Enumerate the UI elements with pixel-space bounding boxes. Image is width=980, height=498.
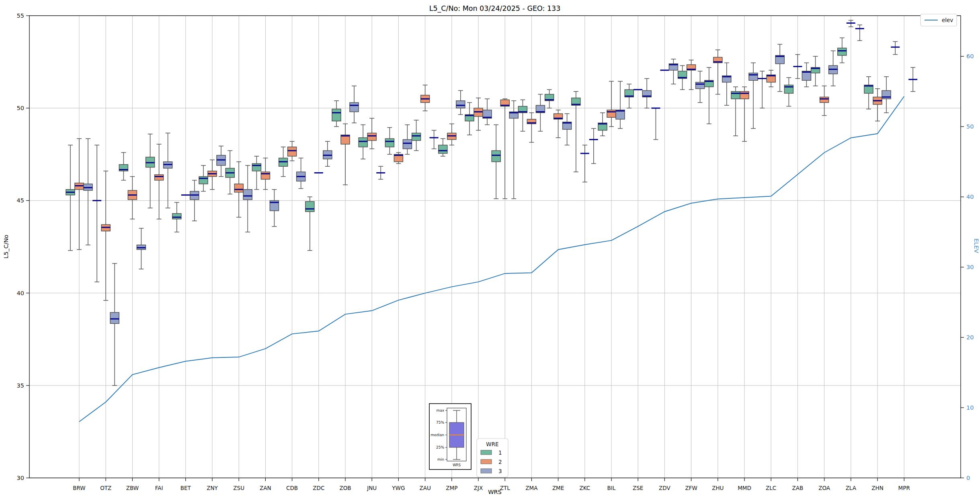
wre-legend-item: 3 — [498, 468, 502, 474]
x-tick-ZLC: ZLC — [766, 485, 776, 491]
right-axis-label: ELEV — [973, 239, 980, 253]
x-tick-ZHN: ZHN — [871, 485, 884, 491]
x-tick-ZLA: ZLA — [846, 485, 857, 491]
svg-text:50: 50 — [17, 105, 24, 111]
x-tick-ZNY: ZNY — [207, 485, 218, 491]
x-tick-ZAB: ZAB — [792, 485, 804, 491]
svg-text:50: 50 — [966, 123, 974, 130]
figure: 3035404550550102030405060BRWOTZZBWFAIBET… — [0, 0, 980, 498]
wre-legend-title: WRE — [486, 441, 498, 447]
x-tick-ZOA: ZOA — [818, 485, 830, 491]
y-axis-label: L5_C/No — [3, 235, 9, 258]
elev-line — [79, 96, 904, 422]
inset-label-min: min — [437, 457, 444, 461]
x-tick-ZDV: ZDV — [659, 485, 670, 491]
inset-label-max: max — [436, 408, 444, 412]
svg-text:40: 40 — [17, 290, 24, 296]
boxplot-explainer-inset: max75%median25%minWRS — [429, 404, 471, 469]
x-tick-OTZ: OTZ — [100, 485, 111, 491]
x-axis-label: WRS — [488, 489, 502, 495]
x-tick-ZAU: ZAU — [419, 485, 431, 491]
x-tick-BET: BET — [180, 485, 191, 491]
x-tick-MMD: MMD — [738, 485, 751, 491]
x-tick-FAI: FAI — [155, 485, 163, 491]
x-tick-ZBW: ZBW — [126, 485, 139, 491]
x-tick-CDB: CDB — [286, 485, 298, 491]
inset-xlabel: WRS — [453, 463, 461, 467]
inset-label-25%: 25% — [436, 445, 444, 449]
inset-label-median: median — [431, 433, 444, 437]
svg-text:30: 30 — [17, 475, 24, 481]
svg-text:40: 40 — [966, 194, 974, 200]
svg-text:0: 0 — [966, 475, 970, 481]
x-tick-ZOB: ZOB — [339, 485, 351, 491]
x-tick-ZME: ZME — [552, 485, 564, 491]
inset-label-75%: 75% — [436, 420, 444, 425]
x-tick-ZKC: ZKC — [579, 485, 590, 491]
x-tick-BIL: BIL — [607, 485, 616, 491]
x-tick-YWG: YWG — [392, 485, 405, 491]
wre-legend-item: 1 — [498, 449, 502, 456]
x-tick-ZHU: ZHU — [712, 485, 724, 491]
x-tick-ZDC: ZDC — [313, 485, 324, 491]
x-tick-ZMA: ZMA — [525, 485, 538, 491]
wre-legend-item: 2 — [498, 459, 502, 465]
x-tick-BRW: BRW — [73, 485, 85, 491]
x-tick-ZSU: ZSU — [233, 485, 244, 491]
x-tick-ZAN: ZAN — [260, 485, 271, 491]
svg-text:35: 35 — [17, 382, 24, 389]
svg-text:60: 60 — [966, 53, 974, 59]
gridlines — [29, 16, 961, 478]
wre-legend: WRE123 — [477, 439, 508, 477]
axes: 3035404550550102030405060BRWOTZZBWFAIBET… — [17, 12, 974, 491]
chart-canvas: 3035404550550102030405060BRWOTZZBWFAIBET… — [0, 0, 980, 498]
svg-text:55: 55 — [17, 12, 24, 19]
x-tick-ZSE: ZSE — [633, 485, 643, 491]
x-tick-MPR: MPR — [898, 485, 910, 491]
elev-legend: elev — [921, 14, 957, 26]
x-tick-ZJX: ZJX — [474, 485, 483, 491]
elev-legend-label: elev — [942, 17, 953, 23]
boxplot-series — [66, 20, 917, 386]
x-tick-ZMP: ZMP — [446, 485, 457, 491]
svg-text:20: 20 — [966, 334, 974, 341]
x-tick-ZFW: ZFW — [685, 485, 697, 491]
svg-text:45: 45 — [17, 197, 24, 204]
x-tick-JNU: JNU — [367, 485, 377, 491]
svg-text:30: 30 — [966, 264, 974, 270]
svg-text:10: 10 — [966, 404, 974, 411]
chart-title: L5_C/No: Mon 03/24/2025 - GEO: 133 — [429, 4, 561, 13]
